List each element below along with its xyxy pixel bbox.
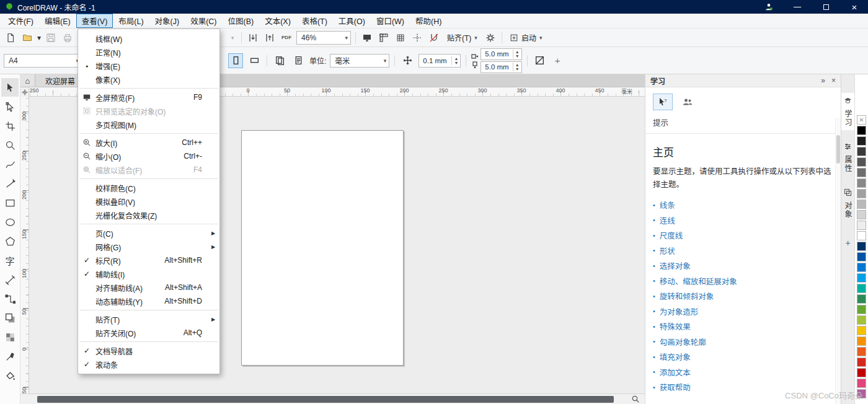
ruler-origin[interactable] xyxy=(20,87,29,97)
color-swatch[interactable] xyxy=(857,178,866,188)
color-swatch[interactable] xyxy=(857,157,866,167)
view-menu-item[interactable]: 缩小(O)Ctrl+- xyxy=(78,149,219,163)
hints-topic-item[interactable]: •勾画对象轮廓 xyxy=(653,334,833,349)
hints-topic-link[interactable]: 连线 xyxy=(660,214,675,226)
color-swatch[interactable] xyxy=(857,273,866,283)
hints-topic-link[interactable]: 尺度线 xyxy=(660,229,683,241)
duplicate-distance-x-stepper[interactable]: 5.0 mm ▲▼ xyxy=(480,48,521,60)
view-menu-item[interactable]: 模拟叠印(V) xyxy=(78,195,219,208)
view-menu-item[interactable]: 线框(W) xyxy=(78,32,219,45)
options-gear-icon[interactable] xyxy=(484,31,497,45)
menubar-item[interactable]: 位图(B) xyxy=(223,14,260,28)
pick-tool[interactable] xyxy=(1,78,19,97)
color-swatch[interactable] xyxy=(857,294,866,304)
hints-topic-link[interactable]: 线条 xyxy=(660,199,675,211)
shape-tool[interactable] xyxy=(1,97,19,116)
menubar-item[interactable]: 查看(V) xyxy=(76,14,113,28)
horizontal-scrollbar-thumb[interactable] xyxy=(37,396,614,403)
docker-collapse-icon[interactable]: » xyxy=(821,76,825,85)
color-swatch[interactable] xyxy=(857,126,866,135)
hints-topic-item[interactable]: •移动、缩放和延展对象 xyxy=(653,273,833,289)
color-swatch[interactable] xyxy=(857,379,866,388)
color-swatch[interactable] xyxy=(857,189,866,198)
view-menu-item[interactable]: 网格(G)▶ xyxy=(78,240,219,253)
color-swatch[interactable] xyxy=(857,242,866,251)
customize-plus-button[interactable]: + xyxy=(551,55,564,66)
ellipse-tool[interactable] xyxy=(1,213,19,231)
zoom-shortcut-icon[interactable] xyxy=(631,395,640,404)
hints-topic-item[interactable]: •特殊效果 xyxy=(653,318,833,334)
hints-topic-link[interactable]: 选择对象 xyxy=(660,260,691,271)
hints-topic-item[interactable]: •添加文本 xyxy=(653,364,833,380)
duplicate-distance-y-stepper[interactable]: 5.0 mm ▲▼ xyxy=(480,61,521,73)
shadow-tool[interactable] xyxy=(1,309,19,327)
view-menu-item[interactable]: ✓辅助线(I) xyxy=(78,267,219,281)
color-swatch[interactable] xyxy=(857,263,866,272)
hints-topic-link[interactable]: 形状 xyxy=(660,245,675,257)
interactive-fill-tool[interactable] xyxy=(1,366,19,385)
view-menu-item[interactable]: 光栅化复合效果(Z) xyxy=(78,208,219,222)
nudge-distance-stepper[interactable]: 0.1 mm ▲▼ xyxy=(418,54,461,68)
hints-topic-item[interactable]: •尺度线 xyxy=(653,227,833,243)
view-menu-item[interactable]: ●增强(E) xyxy=(78,59,219,72)
show-grid-button[interactable] xyxy=(394,31,407,45)
user-account-icon[interactable] xyxy=(760,1,777,13)
view-menu-item[interactable]: 贴齐关闭(O)Alt+Q xyxy=(78,326,219,340)
color-swatch[interactable] xyxy=(857,326,866,335)
publish-to-pdf-button[interactable]: PDF xyxy=(280,31,293,45)
menubar-item[interactable]: 编辑(E) xyxy=(39,14,76,28)
rectangle-tool[interactable] xyxy=(1,193,19,212)
portrait-orientation-button[interactable] xyxy=(228,53,243,68)
hints-topic-link[interactable]: 添加文本 xyxy=(660,366,691,378)
fullscreen-preview-button[interactable] xyxy=(360,31,374,45)
view-menu-item[interactable]: 动态辅助线(Y)Alt+Shift+D xyxy=(78,294,219,308)
hints-tab[interactable]: 提示 xyxy=(645,116,841,134)
color-swatch[interactable] xyxy=(857,368,866,377)
menubar-item[interactable]: 效果(C) xyxy=(185,14,222,28)
current-page-button[interactable] xyxy=(291,53,306,68)
new-document-button[interactable] xyxy=(4,31,17,45)
panel-scrollbar-thumb[interactable] xyxy=(836,135,840,164)
hints-topic-link[interactable]: 旋转和倾斜对象 xyxy=(660,290,714,302)
hints-topic-item[interactable]: •填充对象 xyxy=(653,349,833,364)
dimension-tool[interactable] xyxy=(1,270,19,289)
color-swatch[interactable] xyxy=(857,336,866,346)
horizontal-scrollbar[interactable] xyxy=(20,393,645,404)
artistic-media-tool[interactable] xyxy=(1,174,19,193)
units-combobox[interactable]: 毫米 ▾ xyxy=(330,54,389,68)
panel-scrollbar[interactable] xyxy=(835,118,841,404)
export-button[interactable] xyxy=(263,31,277,45)
import-button[interactable] xyxy=(246,31,260,45)
text-tool[interactable]: 字 xyxy=(1,251,19,270)
hints-topic-link[interactable]: 填充对象 xyxy=(660,351,691,362)
view-menu-item[interactable]: 全屏预览(F)F9 xyxy=(78,90,219,104)
view-menu-item[interactable]: 贴齐(T)▶ xyxy=(78,312,219,326)
hints-pointer-button[interactable]: ? xyxy=(653,94,673,110)
hints-topic-item[interactable]: •连线 xyxy=(653,213,833,228)
view-menu-item[interactable]: ✓滚动条 xyxy=(78,358,219,371)
menubar-item[interactable]: 窗口(W) xyxy=(371,14,410,28)
add-docker-button[interactable]: + xyxy=(845,238,850,248)
color-swatch[interactable] xyxy=(857,305,866,314)
page-size-combobox[interactable]: A4 ▾ xyxy=(4,54,82,68)
color-swatch[interactable] xyxy=(857,358,866,367)
docker-tab-学习[interactable]: 学习 xyxy=(841,93,854,130)
community-button[interactable] xyxy=(678,94,698,110)
view-menu-item[interactable]: 对齐辅助线(A)Alt+Shift+A xyxy=(78,281,219,294)
hints-topic-link[interactable]: 特殊效果 xyxy=(660,320,691,332)
hints-topic-item[interactable]: •旋转和倾斜对象 xyxy=(653,288,833,304)
color-swatch[interactable] xyxy=(857,315,866,325)
menubar-item[interactable]: 帮助(H) xyxy=(410,14,447,28)
open-document-button[interactable] xyxy=(20,31,34,45)
hints-topic-link[interactable]: 勾画对象轮廓 xyxy=(660,336,706,348)
zoom-tool[interactable] xyxy=(1,136,19,154)
snap-off-button[interactable] xyxy=(427,31,441,45)
menubar-item[interactable]: 工具(O) xyxy=(333,14,371,28)
crop-tool[interactable] xyxy=(1,116,19,135)
color-swatch[interactable] xyxy=(857,136,866,146)
connector-tool[interactable] xyxy=(1,289,19,308)
all-pages-button[interactable] xyxy=(272,53,287,68)
hints-topic-item[interactable]: •选择对象 xyxy=(653,258,833,273)
color-swatch[interactable] xyxy=(857,221,866,230)
transparency-tool[interactable] xyxy=(1,328,19,346)
